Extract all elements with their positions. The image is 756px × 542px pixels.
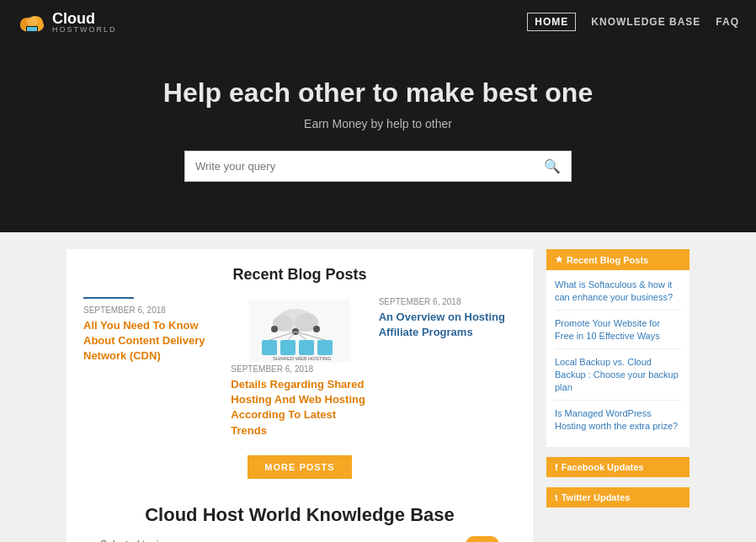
logo-icon: [17, 7, 47, 37]
post-title-2: Details Regarding Shared Hosting And Web…: [231, 377, 368, 438]
post-card-3: SEPTEMBER 6, 2018 An Overview on Hosting…: [379, 297, 516, 438]
content-row: Recent Blog Posts SEPTEMBER 6, 2018 All …: [58, 232, 698, 542]
post-date-3: SEPTEMBER 6, 2018: [379, 297, 516, 306]
post-thumb-2: SHARED WEB HOSTING: [231, 297, 368, 364]
toggle-switch[interactable]: [466, 536, 499, 542]
more-posts-area: MORE POSTS: [83, 455, 516, 479]
nav-home[interactable]: HOME: [527, 13, 576, 31]
svg-rect-11: [280, 340, 295, 355]
main-wrapper: Recent Blog Posts SEPTEMBER 6, 2018 All …: [0, 232, 756, 542]
post-card-1: SEPTEMBER 6, 2018 All You Need To Know A…: [83, 297, 221, 438]
sidebar-recent-link-2[interactable]: Promote Your Website for Free in 10 Effe…: [555, 317, 681, 349]
post-title-1: All You Need To Know About Content Deliv…: [83, 318, 221, 364]
post-link-3[interactable]: An Overview on Hosting Affiliate Program…: [379, 311, 505, 338]
hero-section: Help each other to make best one Earn Mo…: [0, 44, 756, 232]
sidebar-recent-body: What is Softaculous & how it can enhance…: [546, 270, 689, 447]
knowledge-base-section: Cloud Host World Knowledge Base Selected…: [83, 487, 516, 542]
selected-topics-label: Selected topics: [100, 539, 168, 542]
svg-point-16: [313, 326, 320, 332]
selected-topics-row: Selected topics: [100, 536, 499, 542]
nav-links: HOME KNOWLEDGE BASE FAQ: [527, 13, 739, 31]
svg-rect-12: [299, 340, 314, 355]
posts-grid: SEPTEMBER 6, 2018 All You Need To Know A…: [83, 297, 516, 438]
nav-faq[interactable]: FAQ: [716, 16, 739, 28]
svg-point-14: [271, 326, 278, 332]
post-title-3: An Overview on Hosting Affiliate Program…: [379, 310, 516, 340]
search-button[interactable]: 🔍: [544, 158, 561, 174]
sidebar-twitter-title: Twitter Updates: [562, 492, 631, 502]
post-date-1: SEPTEMBER 6, 2018: [83, 306, 221, 315]
sidebar-facebook-header: f Facebook Updates: [546, 457, 689, 477]
hero-heading: Help each other to make best one: [17, 77, 739, 109]
sidebar-recent-title: Recent Blog Posts: [567, 255, 648, 265]
post-link-2[interactable]: Details Regarding Shared Hosting And Web…: [231, 378, 365, 437]
twitter-icon: t: [555, 492, 558, 502]
search-input[interactable]: [195, 160, 544, 173]
svg-rect-13: [317, 340, 333, 355]
sidebar-twitter-widget: t Twitter Updates: [546, 487, 689, 507]
svg-text:SHARED WEB HOSTING: SHARED WEB HOSTING: [273, 356, 332, 361]
sidebar-twitter-header: t Twitter Updates: [546, 487, 689, 507]
sidebar-recent-widget: ★ Recent Blog Posts What is Softaculous …: [546, 249, 689, 447]
nav-knowledge-base[interactable]: KNOWLEDGE BASE: [591, 16, 700, 28]
sidebar-facebook-title: Facebook Updates: [562, 462, 644, 472]
sidebar-recent-header: ★ Recent Blog Posts: [546, 249, 689, 270]
sidebar: ★ Recent Blog Posts What is Softaculous …: [546, 249, 689, 542]
search-bar: 🔍: [184, 151, 572, 182]
hero-subheading: Earn Money by help to other: [17, 117, 739, 130]
logo-cloud: Cloud: [52, 11, 117, 26]
post-date-2: SEPTEMBER 6, 2018: [231, 364, 368, 374]
facebook-icon: f: [555, 462, 558, 472]
logo[interactable]: Cloud HOSTWORLD: [17, 7, 117, 37]
sidebar-recent-link-3[interactable]: Local Backup vs. Cloud Backup : Choose y…: [555, 356, 681, 401]
post-link-1[interactable]: All You Need To Know About Content Deliv…: [83, 319, 205, 362]
svg-rect-10: [262, 340, 277, 355]
logo-hostworld: HOSTWORLD: [52, 26, 117, 34]
more-posts-button[interactable]: MORE POSTS: [248, 455, 351, 479]
rss-icon: ★: [555, 254, 563, 265]
post-card-2: SHARED WEB HOSTING SEPTEMBER 6, 2018 Det…: [231, 297, 368, 438]
top-navigation: Cloud HOSTWORLD HOME KNOWLEDGE BASE FAQ: [0, 0, 756, 44]
sidebar-facebook-widget: f Facebook Updates: [546, 457, 689, 477]
svg-rect-5: [27, 27, 37, 31]
shared-hosting-image: SHARED WEB HOSTING: [249, 300, 350, 363]
recent-posts-title: Recent Blog Posts: [83, 266, 516, 284]
logo-text: Cloud HOSTWORLD: [52, 11, 117, 34]
kb-title: Cloud Host World Knowledge Base: [100, 504, 499, 526]
sidebar-recent-link-1[interactable]: What is Softaculous & how it can enhance…: [555, 279, 681, 311]
sidebar-recent-link-4[interactable]: Is Managed WordPress Hosting worth the e…: [555, 407, 681, 438]
main-content: Recent Blog Posts SEPTEMBER 6, 2018 All …: [67, 249, 533, 542]
svg-point-3: [26, 16, 38, 26]
post-divider-1: [83, 297, 134, 299]
